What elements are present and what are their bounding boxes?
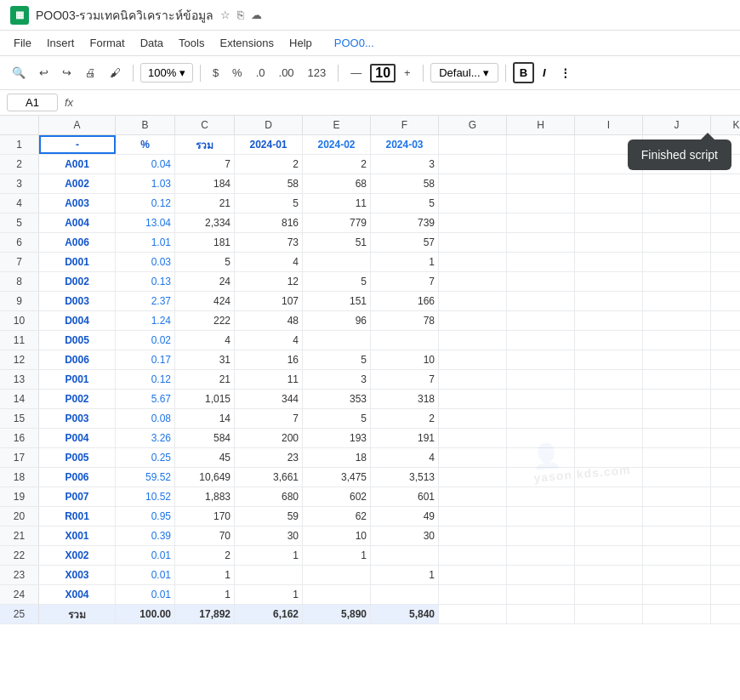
cell-e10[interactable]: 96 bbox=[303, 311, 371, 330]
cell-g13[interactable] bbox=[439, 370, 507, 389]
row-num-19[interactable]: 19 bbox=[0, 487, 39, 506]
cell-a3[interactable]: A002 bbox=[39, 174, 116, 193]
cell-e13[interactable]: 3 bbox=[303, 370, 371, 389]
cell-b11[interactable]: 0.02 bbox=[116, 331, 175, 350]
cell-b19[interactable]: 10.52 bbox=[116, 487, 175, 506]
cell-c5[interactable]: 2,334 bbox=[175, 213, 235, 232]
cell-e8[interactable]: 5 bbox=[303, 272, 371, 291]
cell-h3[interactable] bbox=[507, 174, 575, 193]
cell-j14[interactable] bbox=[643, 390, 711, 408]
cell-e16[interactable]: 193 bbox=[303, 429, 371, 447]
cell-a11[interactable]: D005 bbox=[39, 331, 116, 350]
cell-c19[interactable]: 1,883 bbox=[175, 487, 235, 506]
cell-c25[interactable]: 17,892 bbox=[175, 605, 235, 623]
cell-c4[interactable]: 21 bbox=[175, 194, 235, 213]
cell-i24[interactable] bbox=[575, 585, 643, 604]
cell-i23[interactable] bbox=[575, 566, 643, 584]
cell-d17[interactable]: 23 bbox=[235, 448, 303, 467]
cell-i4[interactable] bbox=[575, 194, 643, 213]
cell-a14[interactable]: P002 bbox=[39, 390, 116, 408]
cell-h11[interactable] bbox=[507, 331, 575, 350]
cell-k3[interactable] bbox=[711, 174, 740, 193]
cell-e24[interactable] bbox=[303, 585, 371, 604]
cell-g18[interactable] bbox=[439, 468, 507, 487]
cell-g22[interactable] bbox=[439, 546, 507, 565]
cell-i6[interactable] bbox=[575, 233, 643, 252]
cell-k4[interactable] bbox=[711, 194, 740, 213]
cell-f20[interactable]: 49 bbox=[371, 507, 439, 526]
cell-f9[interactable]: 166 bbox=[371, 292, 439, 310]
cell-g21[interactable] bbox=[439, 526, 507, 545]
cell-j4[interactable] bbox=[643, 194, 711, 213]
cell-a24[interactable]: X004 bbox=[39, 585, 116, 604]
row-num-6[interactable]: 6 bbox=[0, 233, 39, 252]
row-num-15[interactable]: 15 bbox=[0, 409, 39, 428]
more-formats[interactable]: 123 bbox=[303, 63, 332, 83]
cell-i14[interactable] bbox=[575, 390, 643, 408]
cell-f18[interactable]: 3,513 bbox=[371, 468, 439, 487]
row-num-13[interactable]: 13 bbox=[0, 370, 39, 389]
menu-data[interactable]: Data bbox=[134, 33, 170, 53]
cell-b16[interactable]: 3.26 bbox=[116, 429, 175, 447]
cell-e12[interactable]: 5 bbox=[303, 350, 371, 369]
paint-format-button[interactable]: 🖌 bbox=[105, 63, 126, 83]
cell-g20[interactable] bbox=[439, 507, 507, 526]
cell-e18[interactable]: 3,475 bbox=[303, 468, 371, 487]
decrease-indent[interactable]: — bbox=[345, 63, 367, 83]
cell-a20[interactable]: R001 bbox=[39, 507, 116, 526]
cell-a4[interactable]: A003 bbox=[39, 194, 116, 213]
cell-g12[interactable] bbox=[439, 350, 507, 369]
cell-e23[interactable] bbox=[303, 566, 371, 584]
cell-a25[interactable]: รวม bbox=[39, 605, 116, 623]
cell-b14[interactable]: 5.67 bbox=[116, 390, 175, 408]
row-num-12[interactable]: 12 bbox=[0, 350, 39, 369]
cell-j18[interactable] bbox=[643, 468, 711, 487]
cell-g3[interactable] bbox=[439, 174, 507, 193]
col-header-j[interactable]: J bbox=[643, 116, 711, 134]
cell-g24[interactable] bbox=[439, 585, 507, 604]
cell-k13[interactable] bbox=[711, 370, 740, 389]
cell-d21[interactable]: 30 bbox=[235, 526, 303, 545]
cell-k23[interactable] bbox=[711, 566, 740, 584]
cell-f6[interactable]: 57 bbox=[371, 233, 439, 252]
cell-i10[interactable] bbox=[575, 311, 643, 330]
cell-i7[interactable] bbox=[575, 253, 643, 271]
cell-b9[interactable]: 2.37 bbox=[116, 292, 175, 310]
cell-c18[interactable]: 10,649 bbox=[175, 468, 235, 487]
col-header-h[interactable]: H bbox=[507, 116, 575, 134]
cell-d25[interactable]: 6,162 bbox=[235, 605, 303, 623]
cell-b12[interactable]: 0.17 bbox=[116, 350, 175, 369]
cell-k8[interactable] bbox=[711, 272, 740, 291]
col-header-i[interactable]: I bbox=[575, 116, 643, 134]
cell-i25[interactable] bbox=[575, 605, 643, 623]
cell-f23[interactable]: 1 bbox=[371, 566, 439, 584]
cell-g7[interactable] bbox=[439, 253, 507, 271]
cell-j3[interactable] bbox=[643, 174, 711, 193]
cell-f13[interactable]: 7 bbox=[371, 370, 439, 389]
cell-h8[interactable] bbox=[507, 272, 575, 291]
redo-button[interactable]: ↪ bbox=[57, 63, 77, 83]
cell-h7[interactable] bbox=[507, 253, 575, 271]
cell-i3[interactable] bbox=[575, 174, 643, 193]
cell-h16[interactable] bbox=[507, 429, 575, 447]
cell-h23[interactable] bbox=[507, 566, 575, 584]
cell-h15[interactable] bbox=[507, 409, 575, 428]
cell-c17[interactable]: 45 bbox=[175, 448, 235, 467]
folder-icon[interactable]: ⎘ bbox=[237, 9, 244, 21]
cell-c23[interactable]: 1 bbox=[175, 566, 235, 584]
cell-i9[interactable] bbox=[575, 292, 643, 310]
cell-a16[interactable]: P004 bbox=[39, 429, 116, 447]
cell-f22[interactable] bbox=[371, 546, 439, 565]
cell-f14[interactable]: 318 bbox=[371, 390, 439, 408]
cell-d14[interactable]: 344 bbox=[235, 390, 303, 408]
cell-g8[interactable] bbox=[439, 272, 507, 291]
cell-g15[interactable] bbox=[439, 409, 507, 428]
cell-d24[interactable]: 1 bbox=[235, 585, 303, 604]
cell-e4[interactable]: 11 bbox=[303, 194, 371, 213]
cell-b25[interactable]: 100.00 bbox=[116, 605, 175, 623]
cell-j17[interactable] bbox=[643, 448, 711, 467]
cell-j21[interactable] bbox=[643, 526, 711, 545]
cell-a18[interactable]: P006 bbox=[39, 468, 116, 487]
cell-j22[interactable] bbox=[643, 546, 711, 565]
cell-b2[interactable]: 0.04 bbox=[116, 155, 175, 174]
